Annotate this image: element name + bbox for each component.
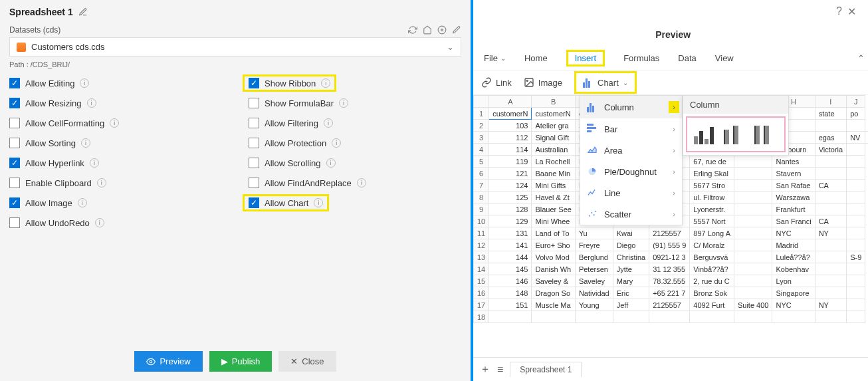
cell[interactable] [847,275,865,287]
cell[interactable]: La Rochell [532,156,575,168]
cell[interactable]: state [815,108,846,120]
cell[interactable]: customerN [489,108,532,120]
cell[interactable]: CA [815,215,846,227]
row-header[interactable]: 2 [474,120,489,132]
cell[interactable]: 146 [489,275,532,287]
cell[interactable] [847,239,865,251]
cell[interactable] [847,144,865,156]
cell[interactable]: Lyon [772,275,815,287]
cell[interactable]: 151 [489,299,532,311]
row-header[interactable]: 14 [474,263,489,275]
cell[interactable] [847,203,865,215]
cell[interactable] [734,203,772,215]
checkbox[interactable] [249,197,259,208]
cell[interactable]: Berguvsvä [690,251,734,263]
cell[interactable]: CA [815,180,846,191]
cell[interactable]: Havel & Zt [532,191,575,203]
option-allow-editing[interactable]: Allow Editingi [9,78,222,88]
cell[interactable]: 5677 Stro [690,180,734,191]
edit-dataset-icon[interactable] [452,25,461,35]
tab-home[interactable]: Home [522,51,550,66]
cell[interactable] [865,132,868,144]
info-icon[interactable]: i [110,118,119,128]
edit-icon[interactable] [78,7,88,17]
clustered-column-thumb[interactable] [694,124,717,144]
checkbox[interactable] [9,217,20,228]
info-icon[interactable]: i [326,158,336,168]
cell[interactable]: 897 Long A [690,227,734,239]
info-icon[interactable]: i [339,98,348,108]
cell[interactable]: customerN [532,108,575,120]
option-allow-sorting[interactable]: Allow Sortingi [9,138,222,148]
all-sheets-icon[interactable]: ≡ [497,364,503,376]
cell[interactable] [734,239,772,251]
cell[interactable]: Jeff [613,299,649,311]
cell[interactable]: 78.32.555 [649,275,690,287]
cell[interactable]: 67, rue de [690,156,734,168]
cell[interactable]: Petersen [575,263,613,275]
cell[interactable] [734,180,772,191]
cell[interactable]: Madrid [772,239,815,251]
tab-view[interactable]: View [712,51,736,66]
cell[interactable]: 131 [489,227,532,239]
cell[interactable] [847,287,865,299]
cell[interactable] [815,275,846,287]
checkbox[interactable] [249,118,259,128]
cell[interactable]: San Franci [772,215,815,227]
row-header[interactable]: 17 [474,299,489,311]
cell[interactable]: Erling Skal [690,168,734,180]
checkbox[interactable] [9,98,20,108]
cell[interactable] [815,168,846,180]
cell[interactable]: NY [815,299,846,311]
publish-button[interactable]: ▶ Publish [209,351,272,372]
cell[interactable]: 141 [489,239,532,251]
cell[interactable]: Stavern [772,168,815,180]
info-icon[interactable]: i [80,78,89,88]
cell[interactable] [815,287,846,299]
row-header[interactable]: 4 [474,144,489,156]
checkbox[interactable] [9,118,20,128]
cell[interactable]: 5557 Nort [690,215,734,227]
option-allow-findandreplace[interactable]: Allow FindAndReplacei [249,178,461,188]
cell[interactable]: San Rafae [772,180,815,191]
row-header[interactable]: 13 [474,251,489,263]
collapse-ribbon-icon[interactable]: ⌃ [857,53,865,63]
cell[interactable]: Suite 400 [734,299,772,311]
col-header[interactable]: B [532,96,575,108]
cell[interactable]: Jytte [613,263,649,275]
cell[interactable] [847,180,865,191]
cell[interactable] [847,156,865,168]
info-icon[interactable]: i [95,218,104,227]
add-icon[interactable] [437,25,447,35]
checkbox[interactable] [249,138,259,148]
cell[interactable]: 148 [489,287,532,299]
cell[interactable] [815,263,846,275]
cell[interactable]: 124 [489,180,532,191]
cell[interactable]: ul. Filtrow [690,191,734,203]
stacked-column-thumb[interactable] [724,124,747,144]
cell[interactable] [815,156,846,168]
cell[interactable]: Saveley [575,275,613,287]
option-allow-cellformatting[interactable]: Allow CellFormattingi [9,118,222,128]
tab-data[interactable]: Data [675,51,699,66]
info-icon[interactable]: i [97,178,106,188]
tab-file[interactable]: File ⌄ [481,51,508,66]
cell[interactable]: Signal Gift [532,132,575,144]
cell[interactable] [847,299,865,311]
info-icon[interactable]: i [314,198,323,207]
cell[interactable]: Danish Wh [532,263,575,275]
cell[interactable]: Berglund [575,251,613,263]
option-show-formulabar[interactable]: Show FormulaBari [249,98,461,108]
cell[interactable]: Mini Gifts [532,180,575,191]
option-allow-filtering[interactable]: Allow Filteringi [249,118,461,128]
info-icon[interactable]: i [78,198,87,207]
cell[interactable]: 119 [489,156,532,168]
row-header[interactable]: 16 [474,287,489,299]
cell[interactable] [847,120,865,132]
chart-menu-column[interactable]: Column› [580,96,682,118]
cell[interactable] [847,191,865,203]
cell[interactable] [734,191,772,203]
tab-insert[interactable]: Insert [564,51,608,66]
cell[interactable]: 2125557 [649,299,690,311]
stacked100-column-thumb[interactable] [754,124,778,144]
